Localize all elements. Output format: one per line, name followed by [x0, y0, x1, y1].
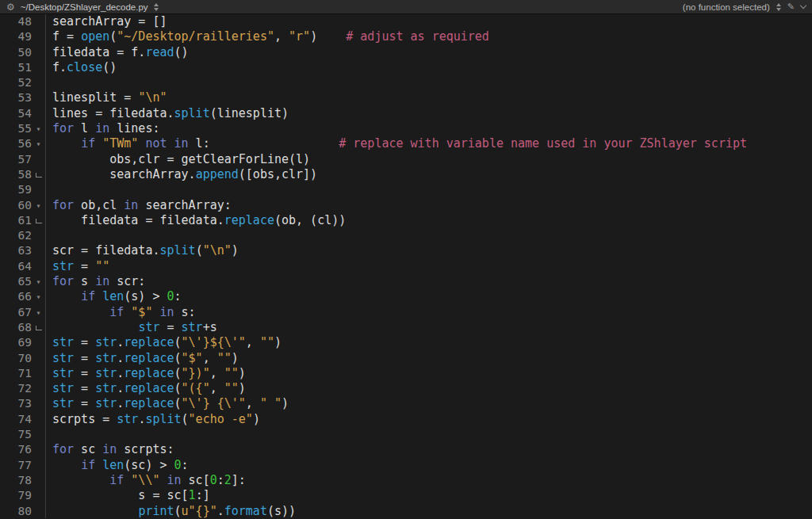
code-line[interactable]: 59: [0, 182, 812, 197]
code-line[interactable]: 65▾for s in scr:: [0, 274, 812, 289]
code-line[interactable]: 74scrpts = str.split("echo -e"): [0, 412, 812, 427]
code-text: str = str.replace("$", ""): [46, 351, 239, 366]
line-gutter: 61: [0, 213, 46, 228]
line-gutter: 68: [0, 320, 46, 335]
code-line[interactable]: 61 filedata = filedata.replace(ob, (cl)): [0, 213, 812, 228]
code-line[interactable]: 77 if len(sc) > 0:: [0, 458, 812, 473]
line-gutter: 75: [0, 427, 46, 442]
line-gutter: 78: [0, 473, 46, 488]
line-number: 58: [0, 167, 32, 182]
line-number: 66: [0, 289, 32, 304]
code-text: print(u"{}".format(s)): [46, 504, 296, 519]
code-line[interactable]: 69str = str.replace("\'}${\'", ""): [0, 335, 812, 350]
line-number: 51: [0, 60, 32, 75]
line-number: 61: [0, 213, 32, 228]
path-popup-icon[interactable]: [154, 3, 159, 11]
code-line[interactable]: 76for sc in scrpts:: [0, 442, 812, 457]
code-line[interactable]: 70str = str.replace("$", ""): [0, 351, 812, 366]
line-gutter: 55▾: [0, 121, 46, 136]
line-number: 55: [0, 121, 32, 136]
code-line[interactable]: 73str = str.replace("\'} {\'", " "): [0, 396, 812, 411]
fold-end-icon[interactable]: [32, 320, 45, 335]
line-gutter: 51: [0, 60, 46, 75]
code-line[interactable]: 66▾ if len(s) > 0:: [0, 289, 812, 304]
code-lines: 48searchArray = []49f = open("~/Desktop/…: [0, 14, 812, 518]
code-line[interactable]: 58 searchArray.append([obs,clr]): [0, 167, 812, 182]
code-text: if len(s) > 0:: [46, 289, 182, 304]
code-line[interactable]: 72str = str.replace("({", ""): [0, 381, 812, 396]
fold-open-icon[interactable]: ▾: [32, 136, 45, 151]
code-line[interactable]: 79 s = sc[1:]: [0, 488, 812, 503]
line-number: 49: [0, 29, 32, 44]
code-line[interactable]: 50filedata = f.read(): [0, 45, 812, 60]
fold-open-icon[interactable]: ▾: [32, 305, 45, 320]
code-line[interactable]: 75: [0, 427, 812, 442]
code-line[interactable]: 49f = open("~/Desktop/railleries", "r") …: [0, 29, 812, 44]
code-line[interactable]: 51f.close(): [0, 60, 812, 75]
code-text: scrpts = str.split("echo -e"): [46, 412, 260, 427]
code-text: if len(sc) > 0:: [46, 458, 189, 473]
line-number: 63: [0, 243, 32, 258]
code-line[interactable]: 78 if "\\" in sc[0:2]:: [0, 473, 812, 488]
function-popup-icon[interactable]: [776, 3, 781, 11]
line-gutter: 54: [0, 106, 46, 121]
line-gutter: 49: [0, 29, 46, 44]
code-line[interactable]: 80 print(u"{}".format(s)): [0, 504, 812, 519]
line-gutter: 53: [0, 90, 46, 105]
line-gutter: 65▾: [0, 274, 46, 289]
line-number: 68: [0, 320, 32, 335]
code-text: [46, 75, 52, 90]
line-gutter: 71: [0, 366, 46, 381]
line-number: 54: [0, 106, 32, 121]
code-line[interactable]: 48searchArray = []: [0, 14, 812, 29]
line-number: 76: [0, 442, 32, 457]
gear-icon[interactable]: ⚙: [6, 2, 15, 12]
line-gutter: 66▾: [0, 289, 46, 304]
line-gutter: 48: [0, 14, 46, 29]
code-text: obs,clr = getClearForLine(l): [46, 152, 310, 167]
line-gutter: 79: [0, 488, 46, 503]
code-text: for l in lines:: [46, 121, 159, 136]
chevron-down-icon[interactable]: [800, 2, 806, 9]
code-text: f.close(): [46, 60, 117, 75]
fold-end-icon[interactable]: [32, 213, 45, 228]
code-line[interactable]: 68 str = str+s: [0, 320, 812, 335]
code-text: scr = filedata.split("\n"): [46, 243, 239, 258]
code-line[interactable]: 54lines = filedata.split(linesplit): [0, 106, 812, 121]
line-number: 57: [0, 152, 32, 167]
line-gutter: 70: [0, 351, 46, 366]
file-path[interactable]: ~/Desktop/ZShlayer_decode.py: [21, 2, 148, 12]
line-gutter: 59: [0, 182, 46, 197]
line-number: 74: [0, 412, 32, 427]
line-number: 67: [0, 305, 32, 320]
fold-open-icon[interactable]: ▾: [32, 198, 45, 213]
fold-open-icon[interactable]: ▾: [32, 289, 45, 304]
code-line[interactable]: 67▾ if "$" in s:: [0, 305, 812, 320]
code-line[interactable]: 64str = "": [0, 259, 812, 274]
code-text: filedata = f.read(): [46, 45, 189, 60]
code-line[interactable]: 52: [0, 75, 812, 90]
fold-end-icon[interactable]: [32, 167, 45, 182]
code-text: for ob,cl in searchArray:: [46, 198, 232, 213]
fold-open-icon[interactable]: ▾: [32, 274, 45, 289]
line-number: 59: [0, 182, 32, 197]
code-line[interactable]: 62: [0, 228, 812, 243]
code-line[interactable]: 56▾ if "TWm" not in l: # replace with va…: [0, 136, 812, 151]
code-line[interactable]: 71str = str.replace("})", ""): [0, 366, 812, 381]
code-line[interactable]: 53linesplit = "\n": [0, 90, 812, 105]
code-text: str = str.replace("\'}${\'", ""): [46, 335, 282, 350]
code-text: for sc in scrpts:: [46, 442, 174, 457]
code-line[interactable]: 60▾for ob,cl in searchArray:: [0, 198, 812, 213]
code-line[interactable]: 63scr = filedata.split("\n"): [0, 243, 812, 258]
code-text: if "TWm" not in l: # replace with variab…: [46, 136, 747, 151]
code-line[interactable]: 57 obs,clr = getClearForLine(l): [0, 152, 812, 167]
line-number: 62: [0, 228, 32, 243]
line-gutter: 62: [0, 228, 46, 243]
code-area[interactable]: 48searchArray = []49f = open("~/Desktop/…: [0, 14, 812, 518]
function-selector[interactable]: (no function selected): [683, 2, 770, 12]
fold-open-icon[interactable]: ▾: [32, 121, 45, 136]
code-line[interactable]: 55▾for l in lines:: [0, 121, 812, 136]
line-gutter: 69: [0, 335, 46, 350]
line-number: 78: [0, 473, 32, 488]
pencil-icon[interactable]: ✎: [787, 2, 795, 11]
